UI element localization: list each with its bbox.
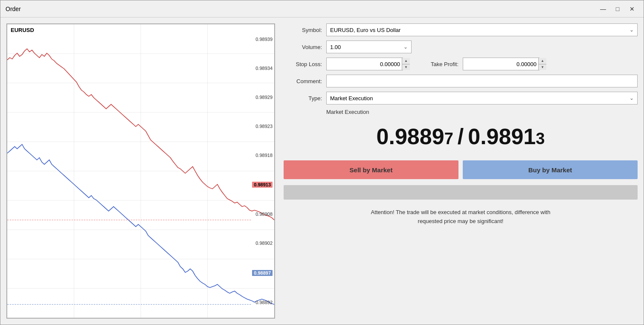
type-label: Type: (284, 95, 322, 102)
buy-price-sub: 3 (536, 130, 545, 148)
stop-loss-label: Stop Loss: (284, 61, 322, 67)
symbol-dropdown[interactable]: EURUSD, Euro vs US Dollar ⌄ (326, 23, 638, 36)
price-separator: / (458, 124, 464, 149)
chart-svg (7, 24, 274, 318)
stop-loss-input[interactable]: 0.00000 ▲ ▼ (326, 58, 403, 70)
take-profit-input[interactable]: 0.00000 ▲ ▼ (463, 58, 540, 70)
take-profit-spin: ▲ ▼ (538, 58, 546, 70)
gray-button[interactable] (284, 185, 638, 200)
volume-row: Volume: 1.00 ⌄ (284, 41, 638, 53)
buy-price-main: 0.9891 (468, 124, 536, 149)
action-buttons: Sell by Market Buy by Market (284, 160, 638, 179)
titlebar: Order — □ ✕ (0, 0, 644, 17)
sell-button[interactable]: Sell by Market (284, 160, 458, 179)
take-profit-field[interactable]: 0.00000 (463, 61, 538, 67)
comment-row: Comment: (284, 75, 638, 87)
take-profit-up[interactable]: ▲ (539, 58, 546, 64)
sell-price-sub: 7 (444, 130, 453, 148)
chart-inner: EURUSD (7, 24, 274, 318)
type-dropdown-arrow: ⌄ (629, 95, 634, 101)
symbol-dropdown-arrow: ⌄ (629, 27, 634, 33)
window-title: Order (6, 6, 597, 12)
type-row: Type: Market Execution ⌄ (284, 92, 638, 104)
take-profit-label: Take Profit: (407, 61, 458, 67)
attention-text: Attention! The trade will be executed at… (284, 208, 638, 226)
volume-value: 1.00 (330, 44, 341, 50)
attention-line1: Attention! The trade will be executed at… (284, 208, 638, 217)
main-content: EURUSD (0, 17, 644, 325)
titlebar-controls: — □ ✕ (597, 4, 638, 14)
volume-dropdown-arrow: ⌄ (403, 44, 408, 50)
sl-tp-row: Stop Loss: 0.00000 ▲ ▼ Take Profit: 0.00… (284, 58, 638, 70)
sell-price-main: 0.9889 (377, 124, 444, 149)
volume-label: Volume: (284, 44, 322, 50)
execution-row: Market Execution (284, 109, 638, 115)
stop-loss-field[interactable]: 0.00000 (327, 61, 402, 67)
symbol-row: Symbol: EURUSD, Euro vs US Dollar ⌄ (284, 23, 638, 36)
price-display: 0.98897 / 0.98913 (284, 124, 638, 149)
buy-button[interactable]: Buy by Market (463, 160, 638, 179)
comment-field[interactable] (326, 75, 638, 87)
attention-line2: requested price may be significant! (284, 217, 638, 226)
type-value: Market Execution (330, 95, 373, 102)
maximize-button[interactable]: □ (611, 4, 624, 14)
symbol-value: EURUSD, Euro vs US Dollar (330, 27, 400, 33)
chart-symbol: EURUSD (11, 27, 34, 33)
order-window: Order — □ ✕ EURUSD (0, 0, 644, 325)
execution-label: Market Execution (326, 109, 369, 115)
comment-label: Comment: (284, 78, 322, 84)
type-dropdown[interactable]: Market Execution ⌄ (326, 92, 638, 104)
volume-dropdown[interactable]: 1.00 ⌄ (326, 41, 412, 53)
take-profit-down[interactable]: ▼ (539, 64, 546, 70)
order-panel: Symbol: EURUSD, Euro vs US Dollar ⌄ Volu… (284, 23, 638, 319)
close-button[interactable]: ✕ (626, 4, 638, 14)
minimize-button[interactable]: — (597, 4, 609, 14)
symbol-label: Symbol: (284, 27, 322, 33)
chart-panel: EURUSD (6, 23, 275, 319)
